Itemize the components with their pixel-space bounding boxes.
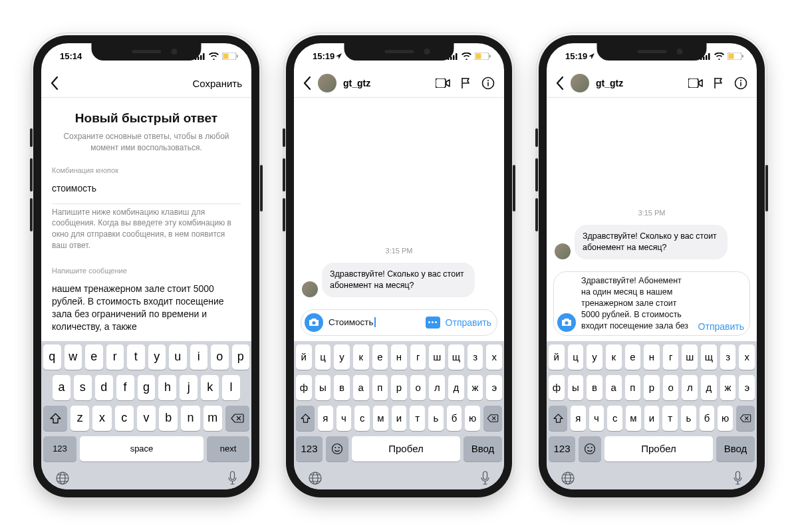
key-e[interactable]: e (85, 344, 103, 370)
key-э[interactable]: э (486, 375, 502, 400)
key-l[interactable]: l (222, 375, 240, 400)
shift-key[interactable] (43, 406, 67, 431)
key-й[interactable]: й (549, 344, 565, 370)
key-б[interactable]: б (447, 406, 462, 431)
key-f[interactable]: f (116, 375, 134, 400)
return-key[interactable]: next (207, 436, 249, 462)
mic-key[interactable] (480, 471, 490, 485)
key-ф[interactable]: ф (296, 375, 312, 400)
key-я[interactable]: я (318, 406, 333, 431)
key-б[interactable]: б (700, 406, 715, 431)
key-ц[interactable]: ц (568, 344, 584, 370)
key-c[interactable]: c (115, 406, 134, 431)
keyboard[interactable]: йцукенгшщзх фывапролджэ ячсмитьбю 123 Пр… (294, 341, 504, 489)
key-m[interactable]: m (203, 406, 222, 431)
key-в[interactable]: в (334, 375, 350, 400)
key-k[interactable]: k (201, 375, 219, 400)
key-a[interactable]: a (53, 375, 70, 400)
camera-button[interactable] (557, 313, 576, 332)
key-ч[interactable]: ч (336, 406, 352, 431)
key-у[interactable]: у (587, 344, 602, 370)
numeric-key[interactable]: 123 (549, 436, 575, 462)
key-а[interactable]: а (353, 375, 369, 400)
message-composer[interactable]: Стоимость Отправить (301, 309, 497, 336)
back-button[interactable] (51, 76, 59, 90)
message-input[interactable]: нашем тренажерном зале стоит 5000 рублей… (52, 279, 241, 337)
chat-body[interactable]: 3:15 PM Здравствуйте! Сколько у вас стои… (547, 98, 757, 268)
key-щ[interactable]: щ (448, 344, 464, 370)
key-д[interactable]: д (448, 375, 464, 400)
key-p[interactable]: p (232, 344, 250, 370)
key-n[interactable]: n (181, 406, 200, 431)
key-в[interactable]: в (587, 375, 602, 400)
key-т[interactable]: т (662, 406, 678, 431)
numeric-key[interactable]: 123 (43, 436, 76, 462)
video-call-icon[interactable] (688, 78, 703, 88)
key-x[interactable]: x (92, 406, 111, 431)
globe-key[interactable] (308, 471, 323, 485)
message-bubble[interactable]: Здравствуйте! Сколько у вас стоит абонем… (322, 263, 475, 297)
key-щ[interactable]: щ (701, 344, 717, 370)
return-key[interactable]: Ввод (716, 436, 755, 462)
key-з[interactable]: з (467, 344, 483, 370)
camera-button[interactable] (305, 313, 323, 332)
numeric-key[interactable]: 123 (296, 436, 323, 462)
key-g[interactable]: g (138, 375, 156, 400)
key-ю[interactable]: ю (718, 406, 733, 431)
shift-key[interactable] (549, 406, 567, 431)
key-о[interactable]: о (410, 375, 426, 400)
key-а[interactable]: а (606, 375, 622, 400)
key-о[interactable]: о (663, 375, 679, 400)
key-ш[interactable]: ш (429, 344, 445, 370)
key-к[interactable]: к (353, 344, 369, 370)
key-и[interactable]: и (392, 406, 407, 431)
key-е[interactable]: е (625, 344, 641, 370)
key-с[interactable]: с (607, 406, 622, 431)
mic-key[interactable] (227, 471, 237, 485)
key-i[interactable]: i (190, 344, 208, 370)
message-bubble[interactable]: Здравствуйте! Сколько у вас стоит абонем… (575, 225, 728, 259)
space-key[interactable]: space (80, 436, 203, 462)
emoji-key[interactable] (579, 436, 601, 462)
key-д[interactable]: д (701, 375, 717, 400)
key-r[interactable]: r (106, 344, 124, 370)
avatar[interactable] (571, 74, 589, 92)
key-х[interactable]: х (739, 344, 755, 370)
key-w[interactable]: w (65, 344, 82, 370)
keyboard[interactable]: qwertyuiop asdfghjkl zxcvbnm 123 space n… (41, 341, 251, 489)
info-icon[interactable] (481, 76, 495, 90)
key-з[interactable]: з (720, 344, 736, 370)
key-э[interactable]: э (739, 375, 755, 400)
key-ж[interactable]: ж (720, 375, 736, 400)
key-ж[interactable]: ж (467, 375, 483, 400)
composer-input[interactable]: Здравствуйте! Абонемент на один месяц в … (581, 275, 693, 331)
video-call-icon[interactable] (436, 78, 450, 88)
key-o[interactable]: o (211, 344, 229, 370)
key-h[interactable]: h (158, 375, 176, 400)
key-ш[interactable]: ш (682, 344, 698, 370)
backspace-key[interactable] (225, 406, 249, 431)
key-м[interactable]: м (373, 406, 388, 431)
flag-icon[interactable] (461, 77, 471, 89)
space-key[interactable]: Пробел (352, 436, 460, 462)
key-й[interactable]: й (296, 344, 312, 370)
avatar[interactable] (318, 74, 336, 92)
back-button[interactable] (303, 76, 311, 90)
key-е[interactable]: е (372, 344, 388, 370)
key-y[interactable]: y (148, 344, 166, 370)
key-г[interactable]: г (410, 344, 426, 370)
key-г[interactable]: г (663, 344, 679, 370)
chat-username[interactable]: gt_gtz (596, 78, 623, 88)
key-z[interactable]: z (70, 406, 89, 431)
avatar[interactable] (555, 243, 571, 259)
key-л[interactable]: л (429, 375, 445, 400)
globe-key[interactable] (55, 471, 70, 485)
key-к[interactable]: к (606, 344, 622, 370)
key-х[interactable]: х (486, 344, 502, 370)
key-d[interactable]: d (95, 375, 113, 400)
return-key[interactable]: Ввод (464, 436, 502, 462)
key-ю[interactable]: ю (465, 406, 480, 431)
mic-key[interactable] (733, 471, 743, 485)
key-п[interactable]: п (625, 375, 641, 400)
avatar[interactable] (302, 281, 318, 297)
